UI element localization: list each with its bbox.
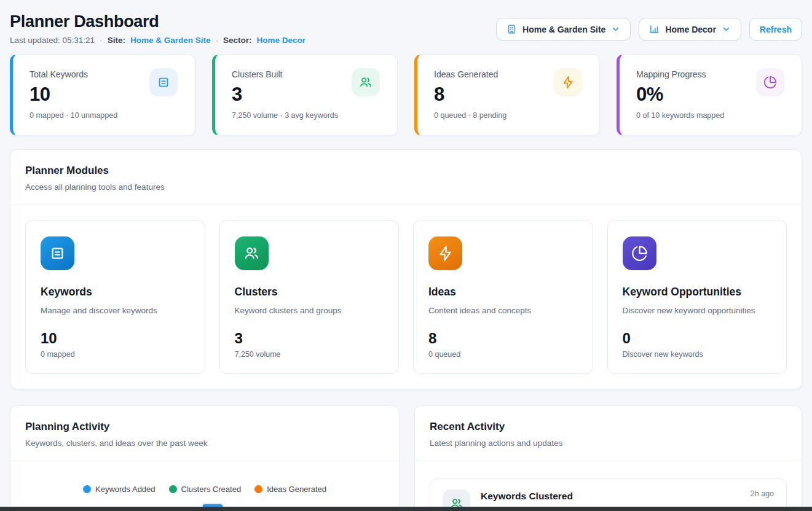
planner-dashboard-page: Planner Dashboard Last updated: 05:31:21… [0, 0, 812, 511]
module-title: Keywords [41, 286, 190, 298]
note-icon [41, 236, 74, 270]
pie-chart-icon [623, 236, 656, 270]
legend-item-ideas-generated[interactable]: Ideas Generated [254, 485, 326, 494]
bottom-row: Planning Activity Keywords, clusters, an… [10, 405, 802, 511]
legend-dot-icon [169, 485, 177, 493]
refresh-button[interactable]: Refresh [749, 18, 802, 41]
recent-activity-subtitle: Latest planning actions and updates [430, 439, 787, 448]
building-icon [507, 24, 517, 34]
site-selector-dropdown[interactable]: Home & Garden Site [496, 18, 631, 41]
modules-panel-header: Planner Modules Access all planning tool… [10, 150, 802, 205]
module-subtext: 0 mapped [41, 350, 190, 359]
module-subtext: Discover new keywords [623, 350, 772, 359]
page-title: Planner Dashboard [10, 12, 305, 31]
recent-activity-header: Recent Activity Latest planning actions … [415, 406, 802, 461]
recent-activity-title: Recent Activity [430, 421, 787, 433]
module-card-keywords[interactable]: Keywords Manage and discover keywords 10… [25, 220, 205, 374]
header-meta: Last updated: 05:31:21 · Site: Home & Ga… [10, 36, 305, 45]
planning-activity-panel: Planning Activity Keywords, clusters, an… [10, 405, 400, 511]
stat-card-total-keywords: Total Keywords 10 0 mapped · 10 unmapped [10, 54, 195, 136]
module-subtext: 0 queued [428, 350, 578, 359]
site-link[interactable]: Home & Garden Site [130, 36, 211, 45]
chevron-down-icon [611, 25, 620, 34]
last-updated-text: Last updated: 05:31:21 [10, 36, 95, 45]
site-selector-label: Home & Garden Site [522, 25, 605, 34]
module-description: Keyword clusters and groups [235, 306, 384, 315]
meta-separator: · [215, 36, 218, 45]
planning-activity-subtitle: Keywords, clusters, and ideas over the p… [25, 439, 384, 448]
modules-subtitle: Access all planning tools and features [25, 182, 787, 192]
header-left: Planner Dashboard Last updated: 05:31:21… [10, 12, 305, 45]
module-title: Ideas [428, 286, 578, 298]
module-stat: 8 [428, 330, 578, 347]
activity-item-timestamp: 2h ago [751, 490, 774, 498]
bar-chart-icon [649, 24, 660, 34]
stat-card-clusters-built: Clusters Built 3 7,250 volume · 3 avg ke… [212, 54, 398, 136]
module-title: Clusters [235, 286, 384, 298]
taskbar-edge [0, 507, 812, 511]
site-label: Site: [108, 36, 125, 45]
note-icon [149, 68, 178, 96]
legend-item-keywords-added[interactable]: Keywords Added [83, 485, 156, 494]
stats-row: Total Keywords 10 0 mapped · 10 unmapped… [10, 54, 802, 136]
module-description: Content ideas and concepts [428, 306, 578, 315]
module-stat: 10 [41, 330, 190, 347]
recent-activity-panel: Recent Activity Latest planning actions … [414, 405, 802, 511]
modules-title: Planner Modules [25, 165, 787, 177]
meta-separator: · [100, 36, 103, 45]
legend-item-clusters-created[interactable]: Clusters Created [169, 485, 242, 494]
users-icon [352, 68, 380, 96]
module-stat: 3 [235, 330, 384, 347]
activity-chart-area: Keywords Added Clusters Created Ideas Ge… [10, 461, 399, 511]
legend-label: Ideas Generated [267, 485, 326, 494]
sector-label: Sector: [223, 36, 252, 45]
activity-item-title: Keywords Clustered [481, 491, 573, 502]
module-stat: 0 [623, 330, 772, 347]
sector-selector-label: Home Decor [665, 25, 715, 34]
chart-legend: Keywords Added Clusters Created Ideas Ge… [25, 485, 384, 494]
stat-card-mapping-progress: Mapping Progress 0% 0 of 10 keywords map… [617, 54, 802, 136]
module-title: Keyword Opportunities [623, 286, 772, 298]
stat-subtext: 0 of 10 keywords mapped [636, 111, 787, 120]
legend-label: Keywords Added [95, 485, 156, 494]
module-description: Discover new keyword opportunities [623, 306, 772, 315]
legend-label: Clusters Created [181, 485, 242, 494]
sector-selector-dropdown[interactable]: Home Decor [639, 18, 741, 41]
header-actions: Home & Garden Site Home Decor Refresh [496, 18, 802, 41]
stat-subtext: 0 mapped · 10 unmapped [30, 111, 180, 120]
module-subtext: 7,250 volume [235, 350, 384, 359]
recent-activity-list: Keywords Clustered 2h ago 3 new clusters… [415, 461, 802, 511]
legend-dot-icon [254, 485, 262, 493]
stat-card-ideas-generated: Ideas Generated 8 0 queued · 8 pending [414, 54, 600, 136]
module-description: Manage and discover keywords [41, 306, 190, 315]
users-icon [235, 236, 269, 270]
legend-dot-icon [83, 485, 91, 493]
stat-subtext: 7,250 volume · 3 avg keywords [232, 111, 382, 120]
planning-activity-header: Planning Activity Keywords, clusters, an… [10, 406, 399, 461]
chevron-down-icon [722, 25, 731, 34]
module-card-clusters[interactable]: Clusters Keyword clusters and groups 3 7… [219, 220, 400, 374]
planning-activity-title: Planning Activity [25, 421, 384, 433]
planner-modules-panel: Planner Modules Access all planning tool… [10, 149, 802, 389]
lightning-icon [554, 68, 582, 96]
sector-link[interactable]: Home Decor [256, 36, 305, 45]
stat-subtext: 0 queued · 8 pending [434, 111, 585, 120]
module-card-keyword-opportunities[interactable]: Keyword Opportunities Discover new keywo… [607, 220, 787, 374]
page-header: Planner Dashboard Last updated: 05:31:21… [10, 0, 802, 45]
module-card-ideas[interactable]: Ideas Content ideas and concepts 8 0 que… [413, 220, 593, 374]
modules-grid: Keywords Manage and discover keywords 10… [10, 205, 802, 389]
pie-chart-icon [756, 68, 784, 96]
lightning-icon [428, 236, 462, 270]
